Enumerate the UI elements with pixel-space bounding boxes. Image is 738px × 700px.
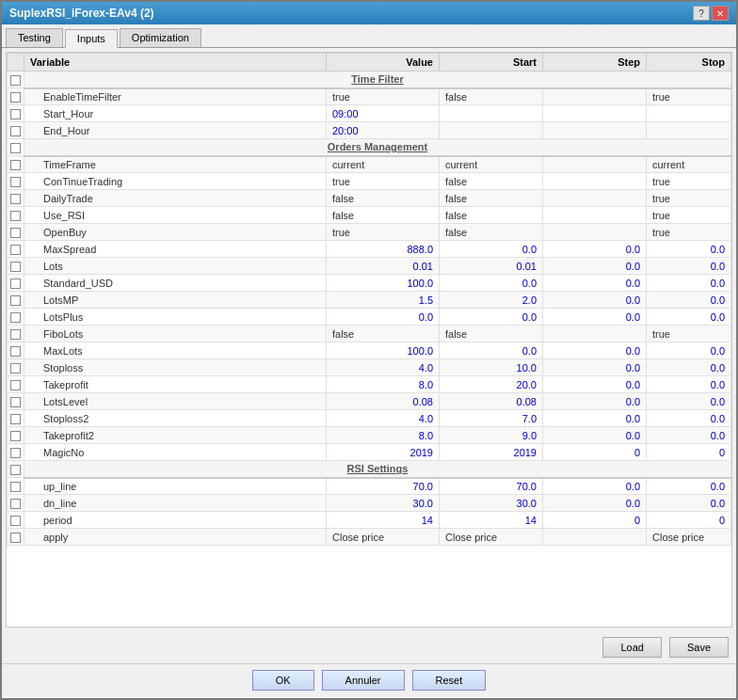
step-cell[interactable]: 0.0: [543, 427, 647, 444]
start-cell[interactable]: 20.0: [440, 376, 543, 393]
stop-cell[interactable]: [647, 105, 731, 122]
stop-cell[interactable]: true: [647, 207, 731, 224]
start-cell[interactable]: 0.0: [440, 275, 543, 292]
start-cell[interactable]: false: [440, 190, 543, 207]
checkbox[interactable]: [10, 482, 21, 492]
tab-optimization[interactable]: Optimization: [120, 28, 201, 47]
checkbox[interactable]: [10, 160, 21, 170]
start-cell[interactable]: false: [440, 88, 543, 105]
value-cell[interactable]: 4.0: [327, 410, 440, 427]
stop-cell[interactable]: 0.0: [647, 393, 731, 410]
start-cell[interactable]: [440, 122, 543, 139]
step-cell[interactable]: [543, 224, 647, 241]
stop-cell[interactable]: 0.0: [647, 376, 731, 393]
stop-cell[interactable]: 0.0: [647, 410, 731, 427]
start-cell[interactable]: Close price: [440, 529, 543, 546]
ok-button[interactable]: OK: [252, 670, 314, 691]
checkbox[interactable]: [10, 499, 21, 509]
step-cell[interactable]: 0.0: [543, 393, 647, 410]
value-cell[interactable]: Close price: [327, 529, 440, 546]
start-cell[interactable]: 0.01: [440, 258, 543, 275]
step-cell[interactable]: 0.0: [543, 258, 647, 275]
checkbox[interactable]: [10, 245, 21, 255]
reset-button[interactable]: Reset: [412, 670, 487, 691]
value-cell[interactable]: false: [327, 190, 440, 207]
step-cell[interactable]: [543, 207, 647, 224]
stop-cell[interactable]: 0.0: [647, 241, 731, 258]
start-cell[interactable]: 7.0: [440, 410, 543, 427]
stop-cell[interactable]: 0: [647, 444, 731, 461]
stop-cell[interactable]: true: [647, 190, 731, 207]
start-cell[interactable]: 0.0: [440, 309, 543, 326]
stop-cell[interactable]: true: [647, 326, 731, 342]
checkbox[interactable]: [10, 262, 21, 272]
value-cell[interactable]: 20:00: [327, 122, 440, 139]
checkbox[interactable]: [10, 126, 21, 136]
step-cell[interactable]: 0.0: [543, 342, 647, 359]
step-cell[interactable]: 0.0: [543, 309, 647, 326]
checkbox[interactable]: [10, 431, 21, 441]
step-cell[interactable]: 0.0: [543, 478, 647, 495]
checkbox[interactable]: [10, 75, 21, 86]
step-cell[interactable]: [543, 529, 647, 546]
stop-cell[interactable]: 0: [647, 512, 731, 529]
checkbox[interactable]: [10, 109, 21, 119]
checkbox[interactable]: [10, 228, 21, 238]
value-cell[interactable]: false: [327, 326, 440, 342]
step-cell[interactable]: 0.0: [543, 410, 647, 427]
stop-cell[interactable]: 0.0: [647, 427, 731, 444]
help-button[interactable]: ?: [693, 6, 710, 21]
checkbox[interactable]: [10, 448, 21, 458]
start-cell[interactable]: 9.0: [440, 427, 543, 444]
close-button[interactable]: ✕: [712, 6, 729, 21]
start-cell[interactable]: 2.0: [440, 292, 543, 309]
stop-cell[interactable]: [647, 122, 731, 139]
stop-cell[interactable]: true: [647, 173, 731, 190]
save-button[interactable]: Save: [669, 637, 729, 658]
start-cell[interactable]: 14: [440, 512, 543, 529]
stop-cell[interactable]: current: [647, 156, 731, 173]
checkbox[interactable]: [10, 194, 21, 204]
value-cell[interactable]: 1.5: [327, 292, 440, 309]
value-cell[interactable]: 30.0: [327, 495, 440, 512]
checkbox[interactable]: [10, 278, 21, 289]
value-cell[interactable]: 4.0: [327, 359, 440, 376]
start-cell[interactable]: 0.08: [440, 393, 543, 410]
step-cell[interactable]: 0.0: [543, 241, 647, 258]
checkbox[interactable]: [10, 92, 21, 103]
stop-cell[interactable]: true: [647, 224, 731, 241]
cancel-button[interactable]: Annuler: [322, 670, 405, 691]
checkbox[interactable]: [10, 143, 21, 153]
stop-cell[interactable]: 0.0: [647, 478, 731, 495]
start-cell[interactable]: false: [440, 207, 543, 224]
step-cell[interactable]: [543, 122, 647, 139]
stop-cell[interactable]: 0.0: [647, 258, 731, 275]
value-cell[interactable]: 09:00: [327, 105, 440, 122]
start-cell[interactable]: 70.0: [440, 478, 543, 495]
step-cell[interactable]: 0.0: [543, 292, 647, 309]
step-cell[interactable]: 0: [543, 512, 647, 529]
checkbox[interactable]: [10, 516, 21, 526]
step-cell[interactable]: 0: [543, 444, 647, 461]
stop-cell[interactable]: Close price: [647, 529, 731, 546]
start-cell[interactable]: 10.0: [440, 359, 543, 376]
stop-cell[interactable]: 0.0: [647, 359, 731, 376]
step-cell[interactable]: [543, 173, 647, 190]
checkbox[interactable]: [10, 346, 21, 357]
checkbox[interactable]: [10, 380, 21, 390]
checkbox[interactable]: [10, 414, 21, 424]
value-cell[interactable]: true: [327, 88, 440, 105]
stop-cell[interactable]: 0.0: [647, 342, 731, 359]
value-cell[interactable]: 888.0: [327, 241, 440, 258]
step-cell[interactable]: [543, 88, 647, 105]
start-cell[interactable]: 30.0: [440, 495, 543, 512]
value-cell[interactable]: true: [327, 173, 440, 190]
value-cell[interactable]: 8.0: [327, 376, 440, 393]
step-cell[interactable]: [543, 326, 647, 342]
start-cell[interactable]: 0.0: [440, 342, 543, 359]
stop-cell[interactable]: 0.0: [647, 495, 731, 512]
start-cell[interactable]: 0.0: [440, 241, 543, 258]
step-cell[interactable]: [543, 190, 647, 207]
value-cell[interactable]: 0.08: [327, 393, 440, 410]
checkbox[interactable]: [10, 177, 21, 187]
